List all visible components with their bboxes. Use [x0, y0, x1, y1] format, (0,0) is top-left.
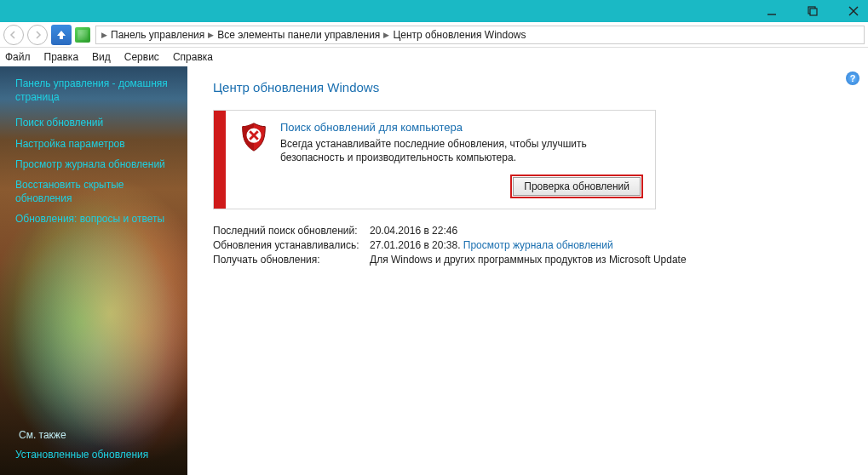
- info-value-source: Для Windows и других программных продукт…: [370, 254, 848, 266]
- sidebar-link-faq[interactable]: Обновления: вопросы и ответы: [15, 212, 175, 226]
- breadcrumb[interactable]: ▶ Панель управления ▶ Все элементы панел…: [95, 26, 865, 44]
- menu-view[interactable]: Вид: [92, 51, 111, 63]
- menu-tools[interactable]: Сервис: [124, 51, 159, 63]
- sidebar-link-installed-updates[interactable]: Установленные обновления: [15, 448, 175, 461]
- alert-bar: [214, 111, 226, 209]
- info-block: Последний поиск обновлений: 20.04.2016 в…: [213, 225, 848, 266]
- info-label-installed: Обновления устанавливались:: [213, 239, 370, 251]
- breadcrumb-item[interactable]: Центр обновления Windows: [393, 29, 526, 41]
- sidebar: Панель управления - домашняя страница По…: [0, 66, 187, 475]
- sidebar-link-settings[interactable]: Настройка параметров: [15, 137, 175, 151]
- chevron-right-icon: ▶: [208, 31, 214, 39]
- update-panel: Поиск обновлений для компьютера Всегда у…: [213, 110, 656, 209]
- check-updates-button-label: Проверка обновлений: [513, 177, 641, 196]
- menu-help[interactable]: Справка: [173, 51, 213, 63]
- maximize-button[interactable]: [802, 3, 824, 20]
- nav-forward-button[interactable]: [27, 25, 48, 45]
- check-updates-button[interactable]: Проверка обновлений: [510, 175, 643, 198]
- page-title: Центр обновления Windows: [213, 80, 848, 94]
- shield-alert-icon: [238, 121, 270, 198]
- sidebar-section-label: См. также: [19, 429, 175, 441]
- close-button[interactable]: [842, 3, 865, 20]
- info-value-installed: 27.01.2016 в 20:38.: [370, 239, 463, 251]
- menu-file[interactable]: Файл: [5, 51, 31, 63]
- breadcrumb-item[interactable]: Все элементы панели управления: [217, 29, 380, 41]
- chevron-right-icon: ▶: [101, 31, 107, 39]
- info-label-last-search: Последний поиск обновлений:: [213, 225, 370, 237]
- sidebar-home-link[interactable]: Панель управления - домашняя страница: [15, 77, 175, 104]
- help-icon[interactable]: ?: [846, 72, 859, 85]
- panel-description: Всегда устанавливайте последние обновлен…: [280, 137, 643, 164]
- svg-rect-2: [810, 9, 817, 15]
- info-value-last-search: 20.04.2016 в 22:46: [370, 225, 848, 237]
- menu-edit[interactable]: Правка: [44, 51, 79, 63]
- minimize-button[interactable]: [761, 3, 783, 20]
- chevron-right-icon: ▶: [383, 31, 389, 39]
- titlebar: [0, 0, 868, 22]
- nav-back-button[interactable]: [3, 25, 24, 45]
- main-content: ? Центр обновления Windows Поиск обновле…: [187, 66, 868, 475]
- panel-heading: Поиск обновлений для компьютера: [280, 121, 643, 134]
- breadcrumb-item[interactable]: Панель управления: [111, 29, 204, 41]
- nav-up-button[interactable]: [51, 25, 72, 45]
- info-label-source: Получать обновления:: [213, 254, 370, 266]
- history-link[interactable]: Просмотр журнала обновлений: [463, 239, 613, 251]
- sidebar-link-search-updates[interactable]: Поиск обновлений: [15, 116, 175, 129]
- navbar: ▶ Панель управления ▶ Все элементы панел…: [0, 22, 868, 48]
- sidebar-link-restore-hidden[interactable]: Восстановить скрытые обновления: [15, 178, 175, 205]
- menubar: Файл Правка Вид Сервис Справка: [0, 48, 868, 66]
- control-panel-icon: [75, 27, 90, 43]
- sidebar-link-history[interactable]: Просмотр журнала обновлений: [15, 157, 175, 171]
